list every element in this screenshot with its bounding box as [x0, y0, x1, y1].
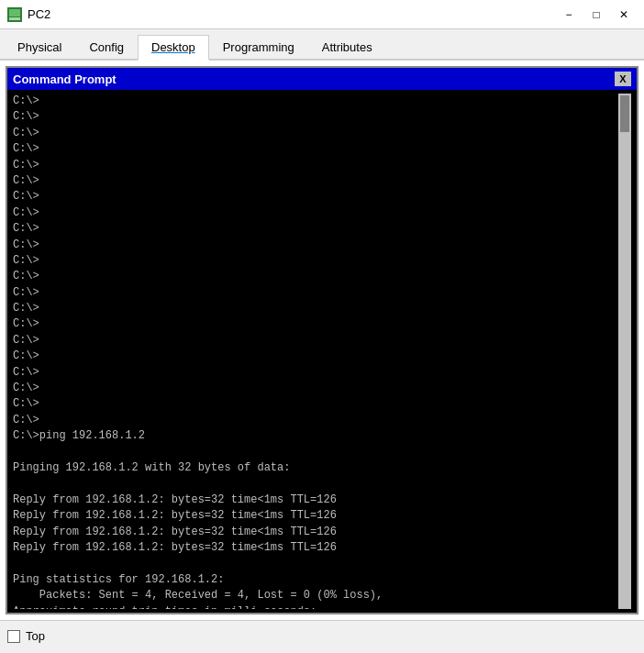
app-icon	[7, 7, 22, 22]
top-checkbox[interactable]	[7, 630, 20, 643]
cmd-scrollbar-thumb[interactable]	[620, 95, 629, 132]
cmd-output: C:\> C:\> C:\> C:\> C:\> C:\> C:\> C:\> …	[13, 94, 618, 609]
cmd-scrollbar[interactable]	[618, 94, 631, 609]
title-bar-controls: − □ ✕	[556, 5, 637, 25]
tab-desktop[interactable]: Desktop	[138, 35, 209, 61]
maximize-button[interactable]: □	[583, 5, 609, 25]
tab-bar: Physical Config Desktop Programming Attr…	[0, 29, 644, 61]
close-button[interactable]: ✕	[611, 5, 637, 25]
top-label: Top	[26, 629, 45, 643]
command-prompt-window: Command Prompt X C:\> C:\> C:\> C:\> C:\…	[6, 66, 638, 614]
cmd-title-text: Command Prompt	[13, 72, 117, 86]
cmd-body[interactable]: C:\> C:\> C:\> C:\> C:\> C:\> C:\> C:\> …	[7, 90, 637, 613]
tab-config[interactable]: Config	[75, 35, 138, 61]
svg-rect-1	[9, 9, 20, 17]
tab-attributes[interactable]: Attributes	[308, 35, 386, 61]
cmd-close-button[interactable]: X	[615, 72, 631, 86]
minimize-button[interactable]: −	[556, 5, 582, 25]
main-content: Command Prompt X C:\> C:\> C:\> C:\> C:\…	[0, 61, 644, 620]
bottom-bar: Top	[0, 620, 644, 651]
svg-rect-2	[9, 17, 20, 20]
title-bar-text: PC2	[28, 7, 550, 21]
tab-physical[interactable]: Physical	[4, 35, 75, 61]
title-bar: PC2 − □ ✕	[0, 0, 644, 29]
cmd-title-bar: Command Prompt X	[7, 68, 637, 90]
tab-programming[interactable]: Programming	[209, 35, 308, 61]
